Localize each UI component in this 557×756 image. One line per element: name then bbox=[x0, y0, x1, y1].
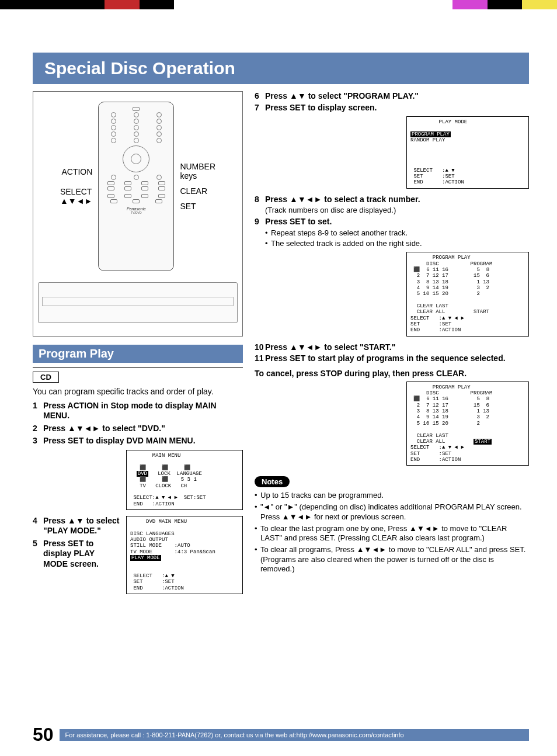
remote-label-action: ACTION bbox=[61, 167, 92, 176]
footer-assistance-bar: For assistance, please call : 1-800-211-… bbox=[60, 729, 529, 741]
color-bar-segment bbox=[174, 0, 209, 9]
left-steps-4-5: 4Press ▲▼ to select "PLAY MODE."5Press S… bbox=[33, 516, 120, 572]
remote-brand: Panasonic bbox=[102, 207, 170, 211]
color-bar-segment bbox=[140, 0, 175, 9]
step-8-note: (Track numbers on disc are displayed.) bbox=[265, 206, 529, 214]
remote-label-select: SELECT ▲▼◄► bbox=[60, 187, 92, 206]
step-text: Press ACTION in Stop mode to display MAI… bbox=[43, 401, 243, 421]
color-bar-segment bbox=[0, 0, 35, 9]
color-bar-segment bbox=[418, 0, 453, 9]
remote-diagram-box: ACTION SELECT ▲▼◄► Panasonic bbox=[33, 91, 243, 337]
right-steps-6-7: 6Press ▲▼ to select "PROGRAM PLAY."7Pres… bbox=[255, 91, 529, 113]
instruction-step: 5Press SET to display PLAY MODE screen. bbox=[33, 539, 120, 570]
step-number: 10 bbox=[255, 342, 265, 353]
remote-label-set: SET bbox=[180, 202, 215, 211]
notes-list: Up to 15 tracks can be programmed."◄" or… bbox=[255, 491, 529, 574]
instruction-step: 8Press ▲▼◄► to select a track number. bbox=[255, 195, 529, 205]
left-column: ACTION SELECT ▲▼◄► Panasonic bbox=[33, 91, 243, 600]
color-bar-segment bbox=[209, 0, 244, 9]
section-heading: Program Play bbox=[33, 345, 243, 363]
color-bar-segment bbox=[314, 0, 349, 9]
step-number: 5 bbox=[33, 539, 43, 570]
step-text: Press SET to start play of programs in t… bbox=[265, 353, 529, 364]
instruction-step: 3Press SET to display DVD MAIN MENU. bbox=[33, 436, 243, 446]
instruction-step: 6Press ▲▼ to select "PROGRAM PLAY." bbox=[255, 91, 529, 102]
bullet-item: Repeat steps 8-9 to select another track… bbox=[265, 228, 529, 238]
remote-control-illustration: Panasonic TV/DVD bbox=[98, 102, 174, 271]
color-bar-segment bbox=[278, 0, 314, 9]
right-step-8: 8Press ▲▼◄► to select a track number. bbox=[255, 195, 529, 205]
instruction-step: 10Press ▲▼◄► to select "START." bbox=[255, 342, 529, 353]
step-9-bullets: Repeat steps 8-9 to select another track… bbox=[265, 228, 529, 249]
manual-page: { "colorBars": ["#000","#000","#000","#c… bbox=[0, 0, 557, 756]
color-bar-segment bbox=[35, 0, 70, 9]
notes-badge: Notes bbox=[255, 476, 290, 487]
step-text: Press ▲▼◄► to select a track number. bbox=[265, 195, 529, 205]
step-text: Press ▲▼ to select "PLAY MODE." bbox=[43, 516, 120, 536]
note-item: To clear the last program one by one, Pr… bbox=[255, 524, 529, 543]
remote-label-number: NUMBER keys bbox=[180, 162, 215, 181]
instruction-step: 9Press SET to set. bbox=[255, 217, 529, 227]
color-registration-bars bbox=[0, 0, 557, 9]
note-item: Up to 15 tracks can be programmed. bbox=[255, 491, 529, 500]
note-item: To clear all programs, Press ▲▼◄► to mov… bbox=[255, 545, 529, 574]
cancel-instruction: To cancel, press STOP during play, then … bbox=[255, 369, 529, 378]
step-text: Press SET to display PLAY MODE screen. bbox=[43, 539, 120, 570]
step-text: Press SET to display screen. bbox=[265, 103, 529, 113]
step-text: Press SET to set. bbox=[265, 217, 529, 227]
step-text: Press ▲▼◄► to select "START." bbox=[265, 342, 529, 353]
step-text: Press SET to display DVD MAIN MENU. bbox=[43, 436, 243, 446]
color-bar-segment bbox=[522, 0, 557, 9]
right-column: 6Press ▲▼ to select "PROGRAM PLAY."7Pres… bbox=[255, 91, 529, 600]
step-number: 3 bbox=[33, 436, 43, 446]
page-number: 50 bbox=[33, 724, 54, 745]
page-footer: 50 For assistance, please call : 1-800-2… bbox=[33, 724, 529, 745]
step-text: Press ▲▼◄► to select "DVD." bbox=[43, 424, 243, 434]
color-bar-segment bbox=[488, 0, 523, 9]
note-item: "◄" or "►" (depending on disc) indicates… bbox=[255, 502, 529, 522]
instruction-step: 7Press SET to display screen. bbox=[255, 103, 529, 113]
instruction-step: 1Press ACTION in Stop mode to display MA… bbox=[33, 401, 243, 421]
color-bar-segment bbox=[243, 0, 278, 9]
step-number: 7 bbox=[255, 103, 265, 113]
step-text: Press ▲▼ to select "PROGRAM PLAY." bbox=[265, 91, 529, 102]
color-bar-segment bbox=[452, 0, 488, 9]
page-title: Special Disc Operation bbox=[33, 53, 529, 84]
instruction-step: 2Press ▲▼◄► to select "DVD." bbox=[33, 424, 243, 434]
left-steps-1-3: 1Press ACTION in Stop mode to display MA… bbox=[33, 401, 243, 446]
step-number: 4 bbox=[33, 516, 43, 536]
cd-badge: CD bbox=[33, 372, 59, 383]
osd-program-play-2: PROGRAM PLAY DISC PROGRAM ⬛ 6 11 16 5 8 … bbox=[406, 382, 529, 466]
color-bar-segment bbox=[383, 0, 418, 9]
instruction-step: 11Press SET to start play of programs in… bbox=[255, 353, 529, 364]
osd-main-menu: MAIN MENU ⬛ ⬛ ⬛ DVD LOCK LANGUAGE ⬛ ⬛ 5 … bbox=[126, 450, 243, 510]
step-number: 8 bbox=[255, 195, 265, 205]
right-steps-10-11: 10Press ▲▼◄► to select "START."11Press S… bbox=[255, 342, 529, 364]
color-bar-segment bbox=[348, 0, 383, 9]
remote-label-clear: CLEAR bbox=[180, 186, 215, 196]
remote-sublabel: TV/DVD bbox=[102, 211, 170, 214]
right-step-9: 9Press SET to set. bbox=[255, 217, 529, 227]
intro-text: You can program specific tracks and orde… bbox=[33, 386, 243, 397]
osd-play-mode: PLAY MODE PROGRAM PLAY RANDOM PLAY SELEC… bbox=[406, 116, 529, 189]
instruction-step: 4Press ▲▼ to select "PLAY MODE." bbox=[33, 516, 120, 536]
color-bar-segment bbox=[105, 0, 140, 9]
step-number: 11 bbox=[255, 353, 265, 364]
osd-program-play-1: PROGRAM PLAY DISC PROGRAM ⬛ 6 11 16 5 8 … bbox=[406, 252, 529, 336]
device-front-panel-illustration bbox=[38, 282, 238, 323]
bullet-item: The selected track is added on the right… bbox=[265, 239, 529, 248]
step-number: 1 bbox=[33, 401, 43, 421]
step-number: 2 bbox=[33, 424, 43, 434]
step-number: 6 bbox=[255, 91, 265, 102]
step-number: 9 bbox=[255, 217, 265, 227]
osd-dvd-main-menu: DVD MAIN MENU DISC LANGUAGES AUDIO OUTPU… bbox=[126, 516, 243, 594]
color-bar-segment bbox=[69, 0, 105, 9]
